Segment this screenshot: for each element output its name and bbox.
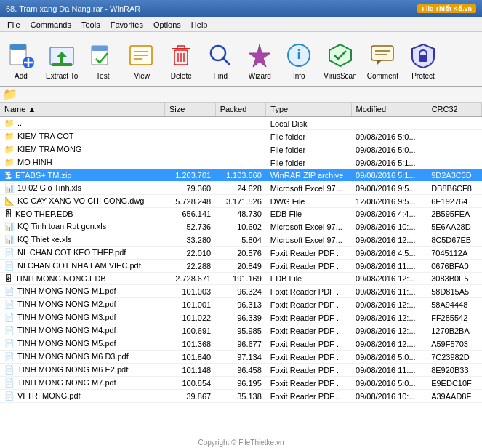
file-modified: 09/08/2016 4:4... — [356, 209, 416, 218]
file-packed: 20.576 — [237, 249, 262, 257]
col-header-modified[interactable]: Modified — [351, 103, 427, 116]
file-crc: 8C5D67EB — [431, 236, 471, 244]
file-packed: 3.171.526 — [226, 197, 262, 206]
table-row[interactable]: 📄TINH MONG NONG M7.pdf100.85496.195Foxit… — [0, 377, 482, 390]
table-row[interactable]: 📊KQ Tinh toan Rut gon.xls52.73610.602Mic… — [0, 220, 482, 233]
toolbar-btn-find[interactable]: Find — [201, 35, 240, 84]
toolbar-btn-info[interactable]: iInfo — [279, 35, 318, 84]
file-packed: 20.849 — [237, 262, 262, 271]
file-modified: 09/08/2016 5:1... — [356, 159, 416, 167]
title-bar: 68. Tram xang Da Nang.rar - WinRAR File … — [0, 0, 482, 17]
file-size: 100.854 — [182, 379, 211, 388]
toolbar-btn-delete[interactable]: Delete — [161, 35, 201, 84]
file-modified: 09/08/2016 5:0... — [356, 353, 416, 361]
file-list: Name ▲ Size Packed Type Modified CRC32 📁… — [0, 103, 482, 403]
col-header-type[interactable]: Type — [266, 103, 351, 116]
table-row[interactable]: 📊KQ Thiet ke.xls33.2805.804Microsoft Exc… — [0, 233, 482, 247]
info-icon: i — [284, 41, 313, 70]
table-row[interactable]: 📄TINH MONG NONG M6 D3.pdf101.84097.134Fo… — [0, 351, 482, 364]
file-size: 101.022 — [182, 313, 211, 322]
table-row[interactable]: 📄TINH MONG NONG M2.pdf101.00196.313Foxit… — [0, 298, 482, 311]
file-size: 101.840 — [182, 353, 211, 361]
table-row[interactable]: 📊10 02 Gio Tinh.xls79.36024.628Microsoft… — [0, 182, 482, 195]
file-modified: 09/08/2016 5:0... — [356, 379, 416, 388]
table-row[interactable]: 🗄KEO THEP.EDB656.14148.730EDB File09/08/… — [0, 208, 482, 220]
toolbar-btn-view[interactable]: View — [122, 35, 161, 84]
col-header-name[interactable]: Name ▲ — [0, 103, 165, 116]
file-packed: 95.985 — [237, 327, 262, 335]
file-size: 100.691 — [182, 327, 211, 335]
table-row[interactable]: 📄NLCHAN COT NHA LAM VIEC.pdf22.28820.849… — [0, 260, 482, 273]
table-row[interactable]: 📄TINH MONG NONG M6 E2.pdf101.14896.458Fo… — [0, 364, 482, 377]
toolbar-btn-test[interactable]: Test — [83, 35, 122, 84]
file-crc: 7045112A — [431, 249, 467, 257]
file-type: File folder — [270, 145, 305, 154]
file-icon: 📄 — [4, 313, 15, 321]
file-name: TINH MONG NONG M6 D3.pdf — [17, 352, 129, 361]
table-row[interactable]: 📄TINH MONG NONG M5.pdf101.36896.677Foxit… — [0, 337, 482, 351]
svg-rect-9 — [92, 46, 108, 51]
table-row[interactable]: 📐KC CAY XANG VO CHI CONG.dwg5.728.2483.1… — [0, 195, 482, 208]
file-type: Foxit Reader PDF ... — [270, 287, 343, 296]
toolbar-btn-virusscan[interactable]: VirusScan — [318, 35, 361, 84]
file-type: Microsoft Excel 97... — [270, 236, 342, 244]
table-row[interactable]: 📄TINH MONG NONG M1.pdf101.00396.324Foxit… — [0, 285, 482, 298]
file-size: 1.203.701 — [175, 171, 211, 180]
col-header-packed[interactable]: Packed — [215, 103, 266, 116]
file-packed: 96.195 — [237, 379, 262, 388]
file-crc: 0676BFA0 — [431, 262, 468, 271]
file-icon: 📁 — [4, 132, 15, 140]
toolbar-label-add: Add — [15, 72, 28, 81]
file-modified: 09/08/2016 12:... — [356, 327, 416, 335]
toolbar-btn-add[interactable]: Add — [1, 35, 41, 84]
col-header-crc[interactable]: CRC32 — [427, 103, 481, 116]
table-row[interactable]: 📄VI TRI MONG.pdf39.86735.138Foxit Reader… — [0, 390, 482, 403]
file-name: ETABS+ TM.zip — [15, 171, 72, 180]
file-modified: 09/08/2016 10:... — [356, 392, 416, 401]
menu-item-commands[interactable]: Commands — [26, 20, 76, 30]
file-packed: 24.628 — [237, 184, 262, 193]
file-crc: 9D2A3C3D — [431, 171, 472, 180]
file-packed: 191.169 — [233, 274, 262, 283]
table-row[interactable]: 📁KIEM TRA COTFile folder09/08/2016 5:0..… — [0, 130, 482, 143]
table-row[interactable]: 📄TINH MONG NONG M4.pdf100.69195.985Foxit… — [0, 324, 482, 337]
file-modified: 09/08/2016 12:... — [356, 340, 416, 348]
toolbar-label-virusscan: VirusScan — [324, 72, 356, 81]
menu-item-options[interactable]: Options — [149, 20, 185, 30]
file-size: 22.010 — [187, 249, 212, 257]
table-row[interactable]: 🗜ETABS+ TM.zip1.203.7011.103.660WinRAR Z… — [0, 169, 482, 182]
file-icon: 📁 — [4, 158, 15, 167]
toolbar-btn-wizard[interactable]: Wizard — [240, 35, 279, 84]
file-type: Microsoft Excel 97... — [270, 184, 342, 193]
table-row[interactable]: 📁..Local Disk — [0, 116, 482, 130]
file-modified: 09/08/2016 4:5... — [356, 249, 416, 257]
file-size: 52.736 — [187, 223, 212, 231]
toolbar-label-find: Find — [214, 72, 228, 81]
toolbar-btn-protect[interactable]: Protect — [403, 35, 443, 84]
table-row[interactable]: 📁MO HINHFile folder09/08/2016 5:1... — [0, 156, 482, 169]
menu-item-favorites[interactable]: Favorites — [106, 20, 148, 30]
file-modified: 09/08/2016 5:0... — [356, 132, 416, 141]
toolbar: AddExtract ToTestViewDeleteFindWizardiIn… — [0, 32, 482, 87]
file-list-container[interactable]: Name ▲ Size Packed Type Modified CRC32 📁… — [0, 103, 482, 448]
table-row[interactable]: 📁KIEM TRA MONGFile folder09/08/2016 5:0.… — [0, 143, 482, 156]
toolbar-btn-extract-to[interactable]: Extract To — [41, 35, 83, 84]
file-name: TINH MONG NONG M2.pdf — [17, 300, 116, 308]
menu-item-tools[interactable]: Tools — [77, 20, 105, 30]
menu-item-file[interactable]: File — [3, 20, 25, 30]
table-row[interactable]: 📄NL CHAN COT KEO THEP.pdf22.01020.576Fox… — [0, 247, 482, 260]
file-type: EDB File — [270, 274, 302, 283]
menu-item-help[interactable]: Help — [187, 20, 212, 30]
file-crc: 2B595FEA — [431, 209, 470, 218]
table-row[interactable]: 🗄TINH MONG NONG.EDB2.728.671191.169EDB F… — [0, 273, 482, 285]
table-row[interactable]: 📄TINH MONG NONG M3.pdf101.02296.339Foxit… — [0, 311, 482, 324]
file-icon: 📊 — [4, 235, 15, 244]
file-name: TINH MONG NONG.EDB — [15, 274, 106, 283]
file-crc: DB8B6CF8 — [431, 184, 472, 193]
file-size: 79.360 — [187, 184, 212, 193]
file-size: 656.141 — [182, 209, 211, 218]
file-type: Foxit Reader PDF ... — [270, 392, 343, 401]
toolbar-label-test: Test — [96, 72, 109, 81]
toolbar-btn-comment[interactable]: Comment — [362, 35, 403, 84]
col-header-size[interactable]: Size — [165, 103, 216, 116]
